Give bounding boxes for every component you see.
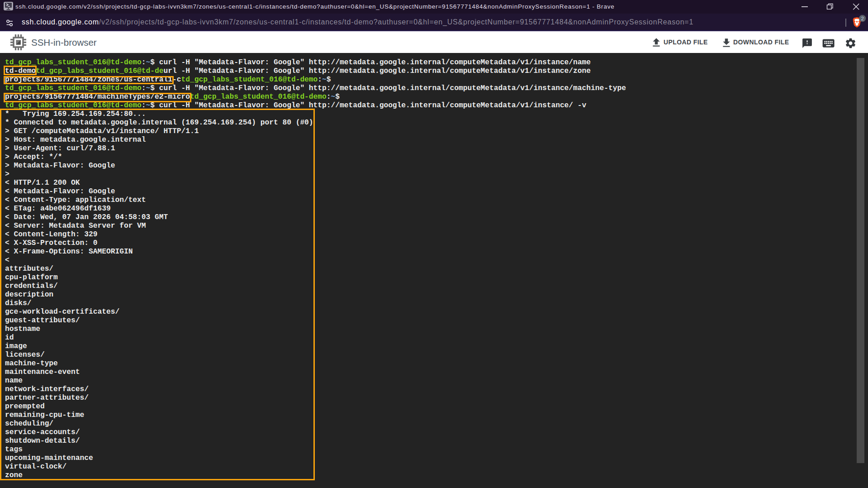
svg-text:2: 2 <box>861 16 863 21</box>
